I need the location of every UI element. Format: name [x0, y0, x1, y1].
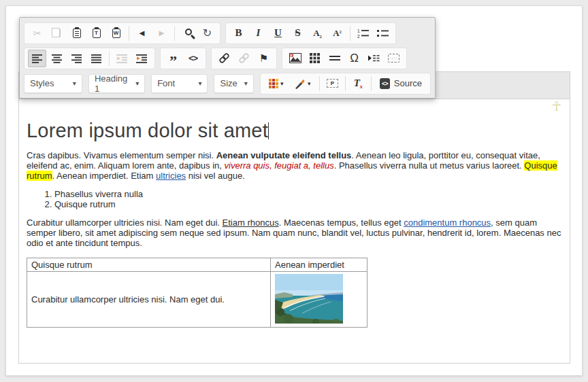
rich-text-editable-area[interactable]: ☥ Lorem ipsum dolor sit amet Cras dapibu… [19, 99, 570, 363]
find-button[interactable] [178, 24, 197, 42]
replace-icon: ↻ [203, 27, 212, 39]
special-char-button[interactable]: Ω [345, 50, 363, 67]
numbered-list-button[interactable]: 12 [354, 24, 372, 42]
bold-icon: B [235, 27, 242, 39]
subscript-icon: A2 [313, 28, 322, 39]
redo-button[interactable]: ► [152, 24, 171, 42]
color-grid-icon [269, 79, 278, 88]
separator [319, 76, 320, 91]
list-item: Phasellus viverra nulla [54, 189, 562, 199]
numbered-list-icon: 12 [357, 29, 369, 38]
horizontal-rule-icon [329, 56, 340, 61]
insert-table-button[interactable] [306, 50, 324, 67]
numbered-list: Phasellus viverra nulla Quisque rutrum [27, 189, 562, 209]
floating-toolbar: ✂ T W ◄ ► ↻ B I U S A2 A2 12 [19, 17, 436, 99]
paste-text-button[interactable]: T [87, 24, 105, 42]
underline-button[interactable]: U [269, 24, 287, 42]
source-button[interactable]: <> Source [374, 75, 427, 92]
separator [109, 51, 110, 66]
table-cell: Curabitur ullamcorper ultricies nisi. Na… [27, 272, 271, 328]
insert-image-button[interactable] [286, 50, 304, 67]
paste-word-icon: W [112, 29, 120, 38]
chevron-down-icon: ▾ [308, 80, 311, 87]
italic-button[interactable]: I [249, 24, 267, 42]
styles-dropdown[interactable]: Styles ▾ [24, 74, 82, 93]
paste-icon [73, 29, 81, 38]
paste-button[interactable] [67, 24, 86, 42]
size-dropdown[interactable]: Size ▾ [214, 74, 253, 93]
source-icon: <> [380, 78, 390, 89]
replace-button[interactable]: ↻ [198, 24, 216, 42]
justify-button[interactable] [87, 50, 105, 67]
anchor-button[interactable]: ⚑ [255, 50, 273, 67]
horizontal-rule-button[interactable] [325, 50, 344, 67]
format-dropdown-label: Heading 1 [95, 73, 129, 94]
brush-icon [295, 78, 306, 89]
iframe-icon [388, 54, 399, 63]
redo-icon: ► [157, 28, 166, 38]
link-ultricies[interactable]: ultricies [156, 171, 186, 181]
font-dropdown[interactable]: Font ▾ [151, 74, 208, 93]
underline-icon: U [274, 27, 282, 39]
link-etiam-rhoncus[interactable]: Etiam rhoncus [223, 218, 279, 228]
beach-photo[interactable] [275, 274, 343, 324]
separator [174, 26, 175, 41]
bold-button[interactable]: B [229, 24, 248, 42]
link-button[interactable] [215, 50, 233, 67]
align-center-icon [52, 54, 63, 63]
undo-button[interactable]: ◄ [133, 24, 151, 42]
align-right-button[interactable] [67, 50, 86, 67]
align-center-button[interactable] [48, 50, 66, 67]
anchor-flag-icon: ⚑ [259, 52, 268, 65]
align-left-button[interactable] [28, 50, 46, 67]
table-row: Curabitur ullamcorper ultricies nisi. Na… [27, 272, 368, 328]
remove-format-button[interactable]: Tx [349, 75, 368, 92]
strikethrough-button[interactable]: S [289, 24, 307, 42]
page-break-button[interactable] [365, 50, 383, 67]
p1-text: . Aenean imperdiet. Etiam [52, 171, 156, 181]
bulleted-list-button[interactable] [374, 24, 392, 42]
p1-bold-text: Aenean vulputate eleifend tellus [216, 150, 352, 160]
unlink-button[interactable] [235, 50, 253, 67]
link-icon [218, 52, 230, 64]
remove-format-icon: Tx [354, 77, 363, 90]
align-left-icon [32, 54, 43, 63]
basicstyles-group: B I U S A2 A2 12 [225, 22, 396, 44]
chevron-down-icon: ▾ [135, 80, 139, 87]
text-color-button[interactable]: ▾ [264, 75, 289, 92]
show-blocks-button[interactable]: P [323, 75, 342, 92]
quote-code-group: ” <> [160, 48, 206, 69]
paragraph-1: Cras dapibus. Vivamus elementum semper n… [27, 150, 562, 181]
unlink-icon [238, 52, 250, 64]
links-group: ⚑ [211, 48, 277, 69]
show-blocks-icon: P [327, 79, 338, 88]
copy-icon [54, 29, 61, 37]
copy-button[interactable] [48, 24, 66, 42]
italic-icon: I [257, 27, 261, 39]
colors-tools-group: ▾ ▾ P Tx <> Source [260, 73, 431, 94]
subscript-button[interactable]: A2 [308, 24, 327, 42]
link-condimentum-rhoncus[interactable]: condimentum rhoncus [404, 218, 491, 228]
document-heading: Lorem ipsum dolor sit amet [27, 120, 562, 142]
blockquote-button[interactable]: ” [164, 50, 182, 67]
anchor-marker-icon[interactable]: ☥ [552, 99, 561, 114]
indent-button[interactable] [133, 50, 151, 67]
paste-word-button[interactable]: W [107, 24, 125, 42]
superscript-button[interactable]: A2 [328, 24, 346, 42]
bg-color-button[interactable]: ▾ [290, 75, 316, 92]
iframe-button[interactable] [385, 50, 403, 67]
table-header-cell: Quisque rutrum [27, 258, 271, 272]
p2-text: . Maecenas tempus, tellus eget [279, 218, 404, 228]
separator [350, 26, 350, 41]
heading-text: Lorem ipsum dolor sit amet [27, 120, 268, 141]
bulleted-list-icon [377, 29, 389, 38]
styles-dropdown-label: Styles [30, 78, 54, 88]
outdent-button[interactable] [113, 50, 131, 67]
code-snippet-button[interactable]: <> [184, 50, 202, 67]
cut-button[interactable]: ✂ [28, 24, 46, 42]
indent-icon [136, 54, 148, 63]
image-icon [289, 53, 301, 63]
toolbar-row-3: Styles ▾ Heading 1 ▾ Font ▾ Size ▾ ▾ ▾ P [24, 71, 431, 96]
chevron-down-icon: ▾ [280, 80, 284, 87]
format-dropdown[interactable]: Heading 1 ▾ [88, 74, 145, 93]
